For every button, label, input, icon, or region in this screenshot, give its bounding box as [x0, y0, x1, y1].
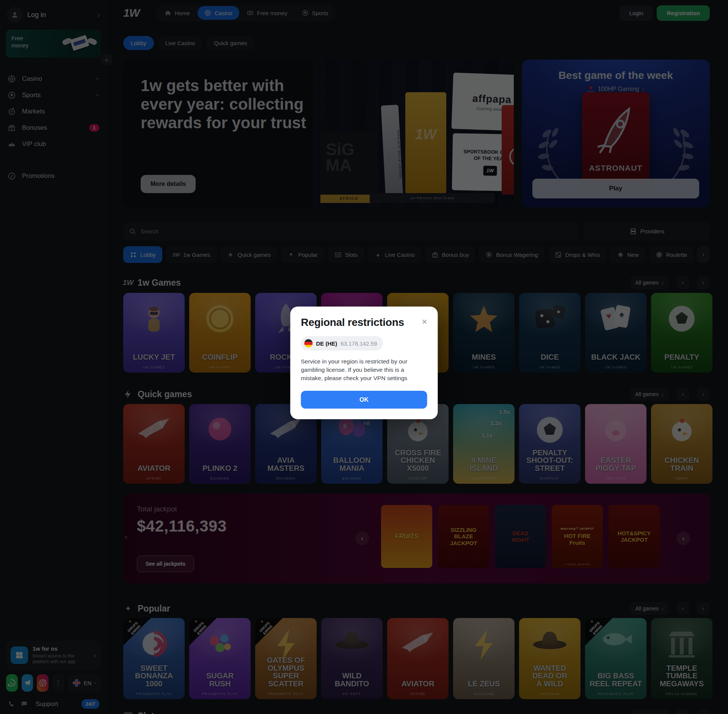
ok-button[interactable]: OK [301, 391, 427, 409]
region-code: DE (HE) [316, 340, 337, 347]
modal-title: Regional restrictions [301, 316, 404, 329]
casino-lobby-page: Log in › Free money « Casino › Sports › [0, 0, 728, 714]
region-chip: DE (HE) 63.178.142.59 [301, 336, 383, 351]
ip-address: 63.178.142.59 [340, 340, 377, 347]
restriction-message: Service in your region is restricted by … [301, 357, 427, 382]
regional-restrictions-modal: Regional restrictions × DE (HE) 63.178.1… [290, 307, 438, 419]
close-icon[interactable]: × [422, 317, 427, 326]
germany-flag-icon [304, 339, 313, 348]
